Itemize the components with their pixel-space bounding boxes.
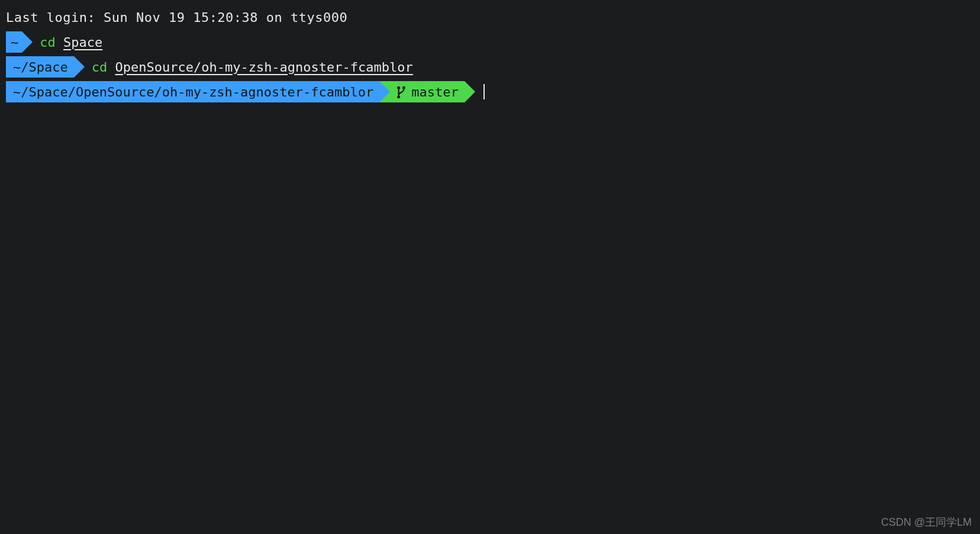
cmd-arg: OpenSource/oh-my-zsh-agnoster-fcamblor xyxy=(115,60,412,75)
login-message: Last login: Sun Nov 19 15:20:38 on ttys0… xyxy=(6,5,974,30)
prompt-line-2[interactable]: ~/Space cd OpenSource/oh-my-zsh-agnoster… xyxy=(6,54,974,79)
command: cd Space xyxy=(40,35,102,50)
watermark: CSDN @王同学LM xyxy=(881,515,972,529)
cursor xyxy=(483,84,485,99)
git-branch-segment: master xyxy=(390,81,464,102)
svg-point-2 xyxy=(397,95,400,98)
cmd-name: cd xyxy=(40,35,56,50)
path-text: ~ xyxy=(11,35,18,50)
prompt-line-3[interactable]: ~/Space/OpenSource/oh-my-zsh-agnoster-fc… xyxy=(6,79,974,104)
path-text: ~/Space/OpenSource/oh-my-zsh-agnoster-fc… xyxy=(13,85,373,99)
svg-point-0 xyxy=(397,86,400,89)
segment-arrow-icon xyxy=(22,31,33,53)
prompt-line-1[interactable]: ~ cd Space xyxy=(6,30,974,54)
segment-arrow-icon xyxy=(379,81,390,102)
path-text: ~/Space xyxy=(13,60,68,75)
login-text: Last login: Sun Nov 19 15:20:38 on ttys0… xyxy=(6,10,347,25)
path-segment: ~ xyxy=(6,31,22,53)
git-branch-name: master xyxy=(411,85,458,99)
segment-arrow-icon xyxy=(74,56,85,78)
svg-point-1 xyxy=(402,86,405,89)
command: cd OpenSource/oh-my-zsh-agnoster-fcamblo… xyxy=(92,60,413,75)
segment-arrow-icon xyxy=(465,81,475,102)
cmd-name: cd xyxy=(92,60,108,75)
path-segment: ~/Space/OpenSource/oh-my-zsh-agnoster-fc… xyxy=(6,81,379,102)
cmd-arg: Space xyxy=(63,35,102,50)
path-segment: ~/Space xyxy=(6,56,74,78)
git-branch-icon xyxy=(396,85,407,99)
